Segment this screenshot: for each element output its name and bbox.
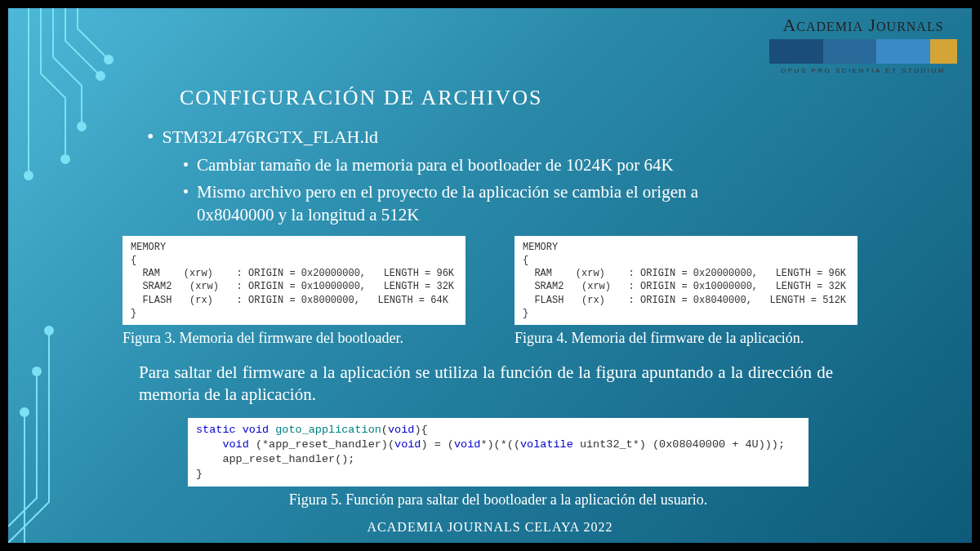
svg-point-7	[20, 408, 29, 416]
content-area: STM32L476RGTX_FLAH.ld Cambiar tamaño de …	[147, 127, 939, 509]
code-row: MEMORY { RAM (xrw) : ORIGIN = 0x20000000…	[122, 236, 939, 347]
bullet-sub-1-text: Cambiar tamaño de la memoria para el boo…	[197, 154, 674, 176]
code-block-application: MEMORY { RAM (xrw) : ORIGIN = 0x20000000…	[514, 236, 858, 325]
code-col-right: MEMORY { RAM (xrw) : ORIGIN = 0x20000000…	[514, 236, 858, 347]
svg-point-6	[33, 367, 41, 375]
logo-motto: OPUS PRO SCIENTIA ET STUDIUM	[769, 67, 957, 74]
footer-text: ACADEMIA JOURNALS CELAYA 2022	[8, 520, 972, 535]
logo: ACADEMIA JOURNALS OPUS PRO SCIENTIA ET S…	[769, 15, 957, 74]
code-block-goto-application: static void goto_application(void){ void…	[188, 418, 808, 487]
svg-point-4	[24, 171, 33, 180]
caption-figure-5: Figura 5. Función para saltar del bootlo…	[188, 491, 808, 509]
caption-figure-4: Figura 4. Memoria del firmware de la apl…	[514, 330, 858, 347]
paragraph-text: Para saltar del firmware a la aplicación…	[139, 362, 833, 407]
code-block-bootloader: MEMORY { RAM (xrw) : ORIGIN = 0x20000000…	[122, 236, 466, 325]
code-col-left: MEMORY { RAM (xrw) : ORIGIN = 0x20000000…	[122, 236, 466, 347]
bullet-sub-2-text: Mismo archivo pero en el proyecto de la …	[197, 181, 771, 226]
logo-text: ACADEMIA JOURNALS	[769, 15, 957, 36]
bullet-sub-1: Cambiar tamaño de la memoria para el boo…	[183, 154, 771, 176]
svg-point-3	[105, 56, 113, 64]
logo-bars	[769, 39, 957, 64]
slide: ACADEMIA JOURNALS OPUS PRO SCIENTIA ET S…	[8, 8, 972, 543]
svg-point-1	[78, 122, 86, 131]
circuit-decoration	[8, 8, 122, 543]
caption-figure-3: Figura 3. Memoria del firmware del bootl…	[122, 330, 466, 347]
bullet-sub-2: Mismo archivo pero en el proyecto de la …	[183, 181, 771, 226]
slide-title: CONFIGURACIÓN DE ARCHIVOS	[180, 86, 542, 110]
bullet-main-text: STM32L476RGTX_FLAH.ld	[162, 127, 378, 148]
svg-point-0	[61, 155, 69, 163]
svg-point-2	[96, 72, 105, 80]
svg-point-5	[45, 327, 53, 335]
bullet-main: STM32L476RGTX_FLAH.ld	[147, 127, 939, 148]
